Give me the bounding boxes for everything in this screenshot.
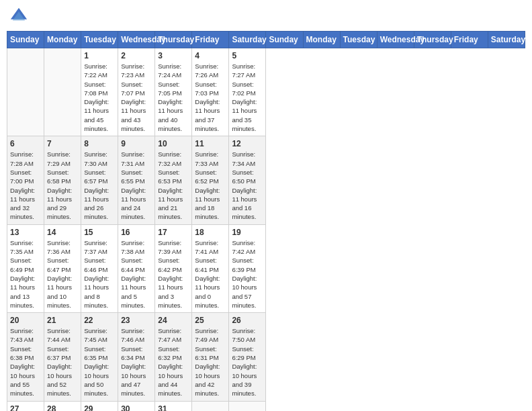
weekday-header: Monday [44, 32, 81, 48]
weekday-header-friday: Friday [451, 32, 488, 48]
day-info: Sunrise: 7:30 AM Sunset: 6:57 PM Dayligh… [84, 150, 115, 221]
day-number: 1 [84, 51, 115, 60]
calendar-header-row: SundayMondayTuesdayWednesdayThursdayFrid… [7, 32, 525, 48]
weekday-header: Thursday [155, 32, 192, 48]
day-info: Sunrise: 7:31 AM Sunset: 6:55 PM Dayligh… [121, 150, 152, 221]
day-info: Sunrise: 7:33 AM Sunset: 6:52 PM Dayligh… [195, 150, 226, 221]
calendar-cell: 2Sunrise: 7:23 AM Sunset: 7:07 PM Daylig… [118, 48, 155, 136]
calendar-cell: 12Sunrise: 7:34 AM Sunset: 6:50 PM Dayli… [229, 136, 266, 224]
day-number: 30 [121, 404, 152, 412]
calendar-cell: 26Sunrise: 7:50 AM Sunset: 6:29 PM Dayli… [229, 313, 266, 401]
day-number: 16 [121, 228, 152, 237]
day-info: Sunrise: 7:44 AM Sunset: 6:37 PM Dayligh… [47, 326, 78, 398]
calendar-cell [192, 401, 229, 411]
calendar-cell: 10Sunrise: 7:32 AM Sunset: 6:53 PM Dayli… [155, 136, 192, 224]
day-info: Sunrise: 7:35 AM Sunset: 6:49 PM Dayligh… [10, 238, 41, 310]
calendar-cell: 28Sunrise: 6:52 AM Sunset: 5:27 PM Dayli… [44, 401, 81, 411]
day-number: 22 [84, 316, 115, 325]
calendar-cell: 29Sunrise: 6:53 AM Sunset: 5:26 PM Dayli… [81, 401, 118, 411]
weekday-header-thursday: Thursday [414, 32, 451, 48]
day-info: Sunrise: 7:49 AM Sunset: 6:31 PM Dayligh… [195, 326, 226, 398]
calendar-cell: 17Sunrise: 7:39 AM Sunset: 6:42 PM Dayli… [155, 224, 192, 312]
day-info: Sunrise: 7:38 AM Sunset: 6:44 PM Dayligh… [121, 238, 152, 310]
day-info: Sunrise: 7:43 AM Sunset: 6:38 PM Dayligh… [10, 326, 41, 398]
day-number: 11 [195, 139, 226, 148]
calendar-cell: 30Sunrise: 6:54 AM Sunset: 5:24 PM Dayli… [118, 401, 155, 411]
weekday-header-monday: Monday [303, 32, 340, 48]
day-number: 15 [84, 228, 115, 237]
day-info: Sunrise: 7:28 AM Sunset: 7:00 PM Dayligh… [10, 150, 41, 221]
day-info: Sunrise: 7:32 AM Sunset: 6:53 PM Dayligh… [158, 150, 189, 221]
day-number: 10 [158, 139, 189, 148]
weekday-header-tuesday: Tuesday [340, 32, 377, 48]
day-info: Sunrise: 7:23 AM Sunset: 7:07 PM Dayligh… [121, 62, 152, 133]
day-info: Sunrise: 7:47 AM Sunset: 6:32 PM Dayligh… [158, 326, 189, 398]
calendar-week-row: 27Sunrise: 6:51 AM Sunset: 5:28 PM Dayli… [7, 401, 525, 411]
day-info: Sunrise: 7:22 AM Sunset: 7:08 PM Dayligh… [84, 62, 115, 133]
calendar-cell [229, 401, 266, 411]
day-info: Sunrise: 7:45 AM Sunset: 6:35 PM Dayligh… [84, 326, 115, 398]
weekday-header: Tuesday [81, 32, 118, 48]
calendar-cell: 18Sunrise: 7:41 AM Sunset: 6:41 PM Dayli… [192, 224, 229, 312]
day-number: 8 [84, 139, 115, 148]
day-info: Sunrise: 7:36 AM Sunset: 6:47 PM Dayligh… [47, 238, 78, 310]
day-number: 14 [47, 228, 78, 237]
day-number: 2 [121, 51, 152, 60]
day-info: Sunrise: 7:24 AM Sunset: 7:05 PM Dayligh… [158, 62, 189, 133]
day-number: 6 [10, 139, 41, 148]
calendar-cell: 3Sunrise: 7:24 AM Sunset: 7:05 PM Daylig… [155, 48, 192, 136]
calendar-week-row: 1Sunrise: 7:22 AM Sunset: 7:08 PM Daylig… [7, 48, 525, 136]
day-number: 13 [10, 228, 41, 237]
day-info: Sunrise: 7:39 AM Sunset: 6:42 PM Dayligh… [158, 238, 189, 310]
weekday-header: Friday [192, 32, 229, 48]
day-number: 28 [47, 404, 78, 412]
weekday-header-sunday: Sunday [266, 32, 303, 48]
calendar-cell: 11Sunrise: 7:33 AM Sunset: 6:52 PM Dayli… [192, 136, 229, 224]
calendar-cell: 27Sunrise: 6:51 AM Sunset: 5:28 PM Dayli… [7, 401, 44, 411]
calendar-cell [7, 48, 44, 136]
day-info: Sunrise: 7:42 AM Sunset: 6:39 PM Dayligh… [232, 238, 263, 310]
calendar-week-row: 20Sunrise: 7:43 AM Sunset: 6:38 PM Dayli… [7, 313, 525, 401]
day-number: 23 [121, 316, 152, 325]
logo-icon [9, 7, 28, 26]
calendar-table: SundayMondayTuesdayWednesdayThursdayFrid… [7, 31, 525, 411]
day-number: 5 [232, 51, 263, 60]
day-number: 19 [232, 228, 263, 237]
calendar-cell: 31Sunrise: 6:55 AM Sunset: 5:23 PM Dayli… [155, 401, 192, 411]
day-number: 3 [158, 51, 189, 60]
day-info: Sunrise: 7:50 AM Sunset: 6:29 PM Dayligh… [232, 326, 263, 398]
day-number: 24 [158, 316, 189, 325]
day-number: 20 [10, 316, 41, 325]
day-number: 18 [195, 228, 226, 237]
day-number: 7 [47, 139, 78, 148]
day-number: 26 [232, 316, 263, 325]
weekday-header-wednesday: Wednesday [377, 32, 414, 48]
day-number: 25 [195, 316, 226, 325]
calendar-cell: 14Sunrise: 7:36 AM Sunset: 6:47 PM Dayli… [44, 224, 81, 312]
calendar-cell: 20Sunrise: 7:43 AM Sunset: 6:38 PM Dayli… [7, 313, 44, 401]
day-info: Sunrise: 7:26 AM Sunset: 7:03 PM Dayligh… [195, 62, 226, 133]
calendar-cell: 19Sunrise: 7:42 AM Sunset: 6:39 PM Dayli… [229, 224, 266, 312]
calendar-cell: 24Sunrise: 7:47 AM Sunset: 6:32 PM Dayli… [155, 313, 192, 401]
calendar-cell: 8Sunrise: 7:30 AM Sunset: 6:57 PM Daylig… [81, 136, 118, 224]
day-info: Sunrise: 7:27 AM Sunset: 7:02 PM Dayligh… [232, 62, 263, 133]
day-number: 17 [158, 228, 189, 237]
calendar-cell: 25Sunrise: 7:49 AM Sunset: 6:31 PM Dayli… [192, 313, 229, 401]
weekday-header: Saturday [229, 32, 266, 48]
calendar-cell: 5Sunrise: 7:27 AM Sunset: 7:02 PM Daylig… [229, 48, 266, 136]
calendar-cell: 22Sunrise: 7:45 AM Sunset: 6:35 PM Dayli… [81, 313, 118, 401]
weekday-header: Sunday [7, 32, 44, 48]
calendar-cell: 1Sunrise: 7:22 AM Sunset: 7:08 PM Daylig… [81, 48, 118, 136]
day-info: Sunrise: 7:37 AM Sunset: 6:46 PM Dayligh… [84, 238, 115, 310]
calendar-cell: 21Sunrise: 7:44 AM Sunset: 6:37 PM Dayli… [44, 313, 81, 401]
day-number: 12 [232, 139, 263, 148]
page-header [7, 7, 525, 26]
day-info: Sunrise: 7:46 AM Sunset: 6:34 PM Dayligh… [121, 326, 152, 398]
day-info: Sunrise: 7:34 AM Sunset: 6:50 PM Dayligh… [232, 150, 263, 221]
day-info: Sunrise: 7:29 AM Sunset: 6:58 PM Dayligh… [47, 150, 78, 221]
logo [9, 7, 31, 26]
calendar-cell: 9Sunrise: 7:31 AM Sunset: 6:55 PM Daylig… [118, 136, 155, 224]
calendar-cell: 13Sunrise: 7:35 AM Sunset: 6:49 PM Dayli… [7, 224, 44, 312]
calendar-cell: 23Sunrise: 7:46 AM Sunset: 6:34 PM Dayli… [118, 313, 155, 401]
calendar-cell: 15Sunrise: 7:37 AM Sunset: 6:46 PM Dayli… [81, 224, 118, 312]
